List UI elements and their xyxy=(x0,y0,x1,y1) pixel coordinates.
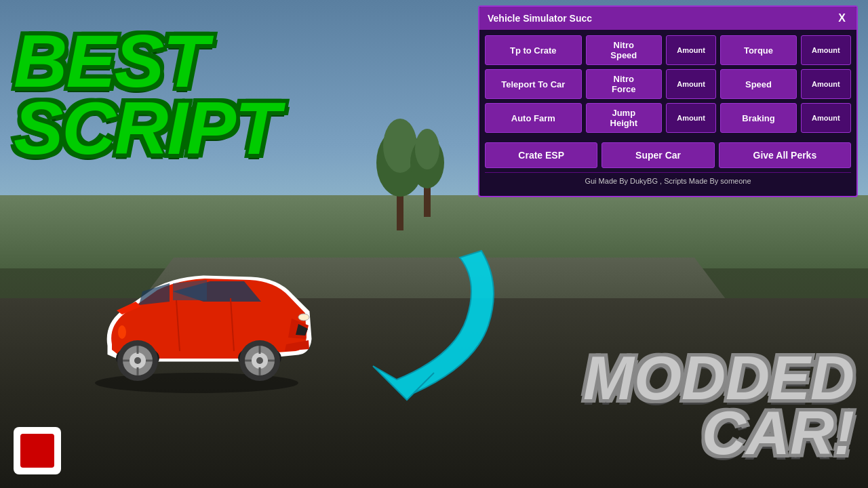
give-all-perks-button[interactable]: Give All Perks xyxy=(719,142,851,168)
gui-spacer xyxy=(485,137,851,142)
braking-amount-button[interactable]: Amount xyxy=(801,103,851,133)
best-text: BEST xyxy=(14,27,279,94)
gui-window: Vehicle Simulator Succ X Tp to Crate Nit… xyxy=(478,5,858,197)
crate-esp-button[interactable]: Crate ESP xyxy=(485,142,597,168)
gui-title: Vehicle Simulator Succ xyxy=(488,13,592,24)
teleport-to-car-button[interactable]: Teleport To Car xyxy=(485,69,582,99)
speed-amount-button[interactable]: Amount xyxy=(801,69,851,99)
script-text: SCRIPT xyxy=(14,94,279,161)
nitro-speed-amount-button[interactable]: Amount xyxy=(666,35,716,65)
gui-row-2: Teleport To Car Nitro Force Amount Speed… xyxy=(485,69,851,99)
gui-row-1: Tp to Crate Nitro Speed Amount Torque Am… xyxy=(485,35,851,65)
gui-row-3: Auto Farm Jump Height Amount Braking Amo… xyxy=(485,103,851,133)
tp-to-crate-button[interactable]: Tp to Crate xyxy=(485,35,582,65)
nitro-speed-button[interactable]: Nitro Speed xyxy=(586,35,662,65)
gui-content: Tp to Crate Nitro Speed Amount Torque Am… xyxy=(479,30,856,196)
best-script-title: BEST SCRIPT xyxy=(14,27,279,161)
arrow xyxy=(292,230,509,420)
nitro-force-button[interactable]: Nitro Force xyxy=(586,69,662,99)
svg-point-10 xyxy=(118,325,126,339)
super-car-button[interactable]: Super Car xyxy=(601,142,714,168)
auto-farm-button[interactable]: Auto Farm xyxy=(485,103,582,133)
torque-amount-button[interactable]: Amount xyxy=(801,35,851,65)
car-image xyxy=(68,237,326,400)
gui-titlebar: Vehicle Simulator Succ X xyxy=(479,7,856,30)
svg-point-16 xyxy=(134,357,141,364)
car-svg xyxy=(68,237,326,400)
torque-button[interactable]: Torque xyxy=(720,35,796,65)
speed-button[interactable]: Speed xyxy=(720,69,796,99)
gui-footer: Gui Made By DukyBG , Scripts Made By som… xyxy=(485,172,851,190)
gui-row-4: Crate ESP Super Car Give All Perks xyxy=(485,142,851,168)
svg-point-5 xyxy=(415,129,439,169)
roblox-icon xyxy=(20,434,54,468)
jump-height-button[interactable]: Jump Height xyxy=(586,103,662,133)
jump-height-amount-button[interactable]: Amount xyxy=(666,103,716,133)
modded-text: MODDED xyxy=(583,351,854,406)
car-exclaim-text: CAR! xyxy=(583,406,854,461)
roblox-logo xyxy=(14,427,61,474)
gui-close-button[interactable]: X xyxy=(835,12,848,24)
nitro-force-amount-button[interactable]: Amount xyxy=(666,69,716,99)
tree-right xyxy=(407,122,448,217)
modded-car-title: MODDED CAR! xyxy=(583,351,854,461)
braking-button[interactable]: Braking xyxy=(720,103,796,133)
svg-point-20 xyxy=(256,357,263,364)
